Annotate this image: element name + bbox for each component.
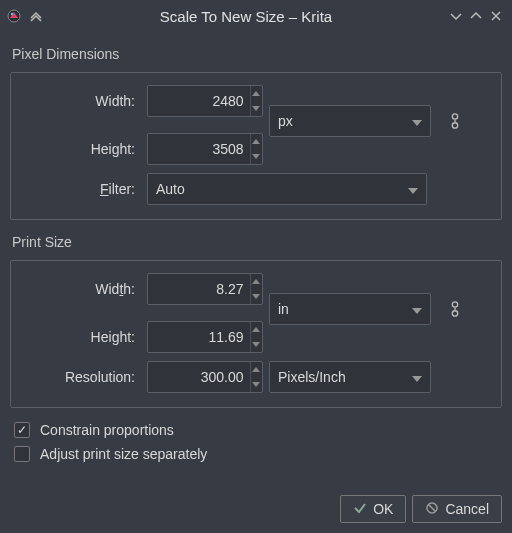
adjust-print-size-checkbox[interactable] xyxy=(14,446,30,462)
aspect-link-button[interactable] xyxy=(443,113,467,129)
window-title: Scale To New Size – Krita xyxy=(46,8,446,25)
width-spinbox[interactable] xyxy=(147,85,263,117)
constrain-proportions-checkbox[interactable] xyxy=(14,422,30,438)
spin-buttons[interactable] xyxy=(250,134,262,164)
ok-button[interactable]: OK xyxy=(340,495,406,523)
constrain-proportions-row[interactable]: Constrain proportions xyxy=(14,422,498,438)
height-spinbox[interactable] xyxy=(147,133,263,165)
combo-text: Auto xyxy=(156,181,408,197)
print-size-title: Print Size xyxy=(12,234,502,250)
filter-label: Filter: xyxy=(21,181,141,197)
dialog-buttons: OK Cancel xyxy=(340,495,502,523)
dialog-content: Pixel Dimensions Width: Height: xyxy=(0,32,512,478)
height-input[interactable] xyxy=(148,134,250,164)
chevron-down-icon xyxy=(412,369,422,385)
adjust-print-size-row[interactable]: Adjust print size separately xyxy=(14,446,498,462)
chevron-down-icon xyxy=(408,181,418,197)
resolution-input[interactable] xyxy=(148,362,250,392)
print-unit-combo[interactable]: in xyxy=(269,293,431,325)
print-aspect-link-button[interactable] xyxy=(443,301,467,317)
width-label: Width: xyxy=(21,93,141,109)
combo-text: in xyxy=(278,301,412,317)
ok-label: OK xyxy=(373,501,393,517)
chevron-down-icon xyxy=(412,113,422,129)
print-width-spinbox[interactable] xyxy=(147,273,263,305)
svg-point-1 xyxy=(11,13,13,15)
cancel-icon xyxy=(425,501,439,518)
spin-buttons[interactable] xyxy=(250,86,262,116)
width-input[interactable] xyxy=(148,86,250,116)
maximize-button[interactable] xyxy=(466,6,486,26)
spin-buttons[interactable] xyxy=(250,274,262,304)
filter-combo[interactable]: Auto xyxy=(147,173,427,205)
resolution-label: Resolution: xyxy=(21,369,141,385)
print-width-label: Width: xyxy=(21,281,141,297)
combo-text: px xyxy=(278,113,412,129)
pixel-dimensions-group: Width: Height: px xyxy=(10,72,502,220)
chevron-down-icon xyxy=(412,301,422,317)
check-icon xyxy=(353,501,367,518)
constrain-proportions-label: Constrain proportions xyxy=(40,422,174,438)
combo-text: Pixels/Inch xyxy=(278,369,412,385)
print-width-input[interactable] xyxy=(148,274,250,304)
height-label: Height: xyxy=(21,141,141,157)
spin-buttons[interactable] xyxy=(250,362,262,392)
pixel-unit-combo[interactable]: px xyxy=(269,105,431,137)
spin-buttons[interactable] xyxy=(250,322,262,352)
print-size-group: Width: Height: in xyxy=(10,260,502,408)
resolution-unit-combo[interactable]: Pixels/Inch xyxy=(269,361,431,393)
print-height-spinbox[interactable] xyxy=(147,321,263,353)
close-button[interactable] xyxy=(486,6,506,26)
pixel-dimensions-title: Pixel Dimensions xyxy=(12,46,502,62)
cancel-label: Cancel xyxy=(445,501,489,517)
titlebar: Scale To New Size – Krita xyxy=(0,0,512,32)
cancel-button[interactable]: Cancel xyxy=(412,495,502,523)
resolution-spinbox[interactable] xyxy=(147,361,263,393)
print-height-input[interactable] xyxy=(148,322,250,352)
print-height-label: Height: xyxy=(21,329,141,345)
adjust-print-size-label: Adjust print size separately xyxy=(40,446,207,462)
app-icon xyxy=(6,8,22,24)
minimize-button[interactable] xyxy=(446,6,466,26)
shade-button[interactable] xyxy=(26,6,46,26)
